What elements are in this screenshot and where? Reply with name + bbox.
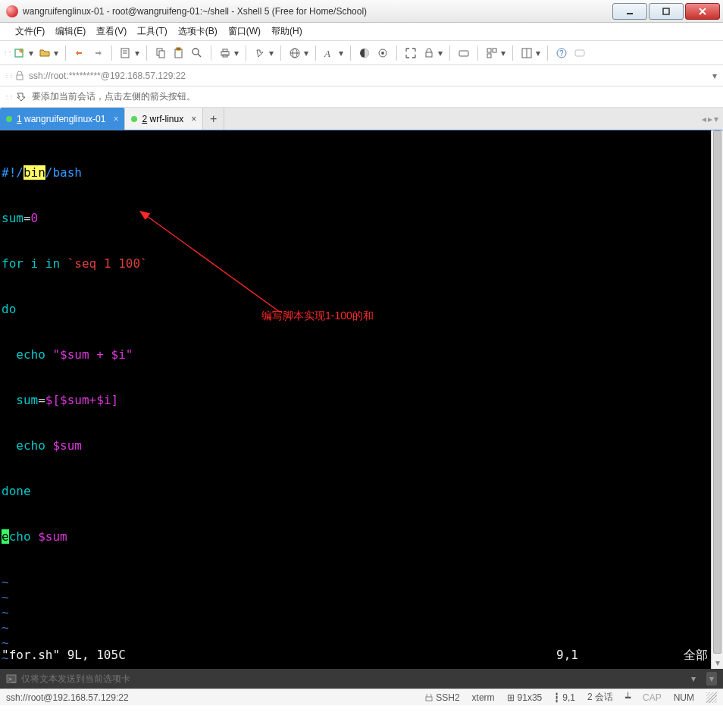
transfer-button[interactable] bbox=[252, 46, 268, 61]
address-dropdown[interactable]: ▾ bbox=[712, 71, 717, 81]
vim-empty-line: ~ bbox=[2, 590, 723, 605]
app-icon bbox=[6, 5, 18, 17]
connect-button[interactable] bbox=[72, 46, 87, 61]
copy-button[interactable] bbox=[153, 46, 168, 61]
menu-view[interactable]: 查看(V) bbox=[96, 25, 127, 38]
terminal[interactable]: #!/bin/bash sum=0 for i in `seq 1 100` d… bbox=[0, 130, 723, 669]
address-input[interactable] bbox=[29, 71, 708, 81]
vim-empty-line: ~ bbox=[2, 605, 723, 620]
menu-file[interactable]: 文件(F) bbox=[15, 25, 45, 38]
resize-grip[interactable] bbox=[706, 692, 717, 703]
encoding-dropdown[interactable]: ▾ bbox=[303, 46, 309, 61]
separator bbox=[350, 46, 351, 61]
compose-send-dropdown[interactable]: ▾ bbox=[706, 672, 717, 686]
disconnect-button[interactable] bbox=[90, 46, 105, 61]
status-bar: ssh://root@192.168.57.129:22 SSH2 xterm … bbox=[0, 689, 723, 705]
svg-rect-12 bbox=[175, 49, 182, 58]
separator bbox=[512, 46, 513, 61]
lock-icon bbox=[425, 694, 433, 701]
keyboard-button[interactable] bbox=[456, 46, 471, 61]
menu-window[interactable]: 窗口(W) bbox=[228, 25, 261, 38]
tile-button[interactable] bbox=[484, 46, 499, 61]
svg-rect-1 bbox=[663, 8, 669, 14]
svg-text:>_: >_ bbox=[8, 676, 16, 682]
font-button[interactable]: A bbox=[322, 46, 337, 61]
code-line: sum=0 bbox=[2, 211, 723, 226]
tab-close-button[interactable]: × bbox=[191, 114, 196, 124]
menu-help[interactable]: 帮助(H) bbox=[271, 25, 302, 38]
terminal-scrollbar[interactable]: ▾ bbox=[711, 130, 723, 669]
tab-wangruifenglinux-01[interactable]: 1 wangruifenglinux-01 × bbox=[0, 108, 125, 130]
svg-rect-37 bbox=[575, 50, 584, 56]
tip-text: 要添加当前会话，点击左侧的箭头按钮。 bbox=[32, 90, 196, 103]
font-dropdown[interactable]: ▾ bbox=[338, 46, 344, 61]
tab-wrf-linux[interactable]: 2 wrf-linux × bbox=[125, 108, 203, 130]
properties-button[interactable] bbox=[118, 46, 133, 61]
tile-dropdown[interactable]: ▾ bbox=[500, 46, 506, 61]
svg-rect-32 bbox=[487, 54, 491, 58]
svg-point-14 bbox=[192, 49, 199, 55]
close-button[interactable] bbox=[685, 3, 720, 20]
window-controls bbox=[612, 3, 720, 20]
open-session-button[interactable] bbox=[37, 46, 52, 61]
tab-next-button[interactable]: ▸ bbox=[708, 114, 712, 124]
lock-dropdown[interactable]: ▾ bbox=[437, 46, 443, 61]
status-session-count: 2 会话 bbox=[587, 691, 613, 704]
encoding-button[interactable] bbox=[287, 46, 302, 61]
address-bar: ⋮⋮ ▾ bbox=[0, 65, 723, 86]
svg-line-39 bbox=[147, 216, 280, 312]
separator bbox=[396, 46, 397, 61]
code-line: for i in `seq 1 100` bbox=[2, 256, 723, 271]
terminal-container: #!/bin/bash sum=0 for i in `seq 1 100` d… bbox=[0, 130, 723, 669]
transfer-dropdown[interactable]: ▾ bbox=[268, 46, 274, 61]
svg-rect-17 bbox=[223, 49, 227, 52]
layout-dropdown[interactable]: ▾ bbox=[535, 46, 541, 61]
separator bbox=[146, 46, 147, 61]
layout-button[interactable] bbox=[519, 46, 534, 61]
menu-tools[interactable]: 工具(T) bbox=[137, 25, 167, 38]
status-cursor-pos: ┇9,1 bbox=[554, 692, 575, 703]
tab-list-dropdown[interactable]: ▾ bbox=[714, 114, 718, 124]
open-session-dropdown[interactable]: ▾ bbox=[53, 46, 59, 61]
menu-edit[interactable]: 编辑(E) bbox=[55, 25, 86, 38]
menu-tab[interactable]: 选项卡(B) bbox=[178, 25, 218, 38]
vim-file-status: "for.sh" 9L, 105C bbox=[2, 648, 556, 663]
fullscreen-button[interactable] bbox=[403, 46, 418, 61]
new-session-dropdown[interactable]: ▾ bbox=[28, 46, 34, 61]
tab-close-button[interactable]: × bbox=[113, 114, 118, 124]
tab-prev-button[interactable]: ◂ bbox=[702, 114, 706, 124]
highlight-button[interactable] bbox=[375, 46, 390, 61]
maximize-button[interactable] bbox=[649, 3, 684, 20]
minimize-button[interactable] bbox=[612, 3, 647, 20]
search-button[interactable] bbox=[189, 46, 205, 61]
compose-button[interactable] bbox=[572, 46, 587, 61]
code-line: sum=$[$sum+$i] bbox=[2, 393, 723, 408]
separator bbox=[65, 46, 66, 61]
tab-label: wrf-linux bbox=[149, 114, 183, 124]
color-scheme-button[interactable] bbox=[357, 46, 372, 61]
code-line: done bbox=[2, 484, 723, 499]
properties-dropdown[interactable]: ▾ bbox=[134, 46, 140, 61]
vim-scroll-position: 全部 bbox=[670, 648, 708, 663]
print-button[interactable] bbox=[218, 46, 233, 61]
svg-rect-11 bbox=[159, 51, 164, 58]
compose-target-dropdown[interactable]: ▾ bbox=[691, 673, 696, 684]
add-session-arrow-icon[interactable] bbox=[15, 91, 27, 103]
scrollbar-down-icon[interactable]: ▾ bbox=[712, 657, 723, 669]
grid-icon: ⊞ bbox=[507, 692, 515, 703]
add-tab-button[interactable]: + bbox=[203, 108, 224, 130]
new-session-button[interactable] bbox=[12, 46, 27, 61]
vim-empty-line: ~ bbox=[2, 666, 723, 669]
compose-bar: >_ ▾ ▾ bbox=[0, 669, 723, 689]
paste-button[interactable] bbox=[171, 46, 186, 61]
lock-button[interactable] bbox=[421, 46, 437, 61]
print-dropdown[interactable]: ▾ bbox=[233, 46, 239, 61]
scrollbar-thumb[interactable] bbox=[713, 130, 721, 654]
compose-input[interactable] bbox=[21, 673, 687, 684]
help-button[interactable]: ? bbox=[554, 46, 569, 61]
compose-icon: >_ bbox=[6, 673, 17, 684]
tip-bar: ⋮⋮ 要添加当前会话，点击左侧的箭头按钮。 bbox=[0, 86, 723, 108]
window-titlebar: wangruifenglinux-01 - root@wangruifeng-0… bbox=[0, 0, 723, 23]
svg-rect-30 bbox=[487, 49, 491, 52]
svg-rect-26 bbox=[426, 52, 432, 57]
